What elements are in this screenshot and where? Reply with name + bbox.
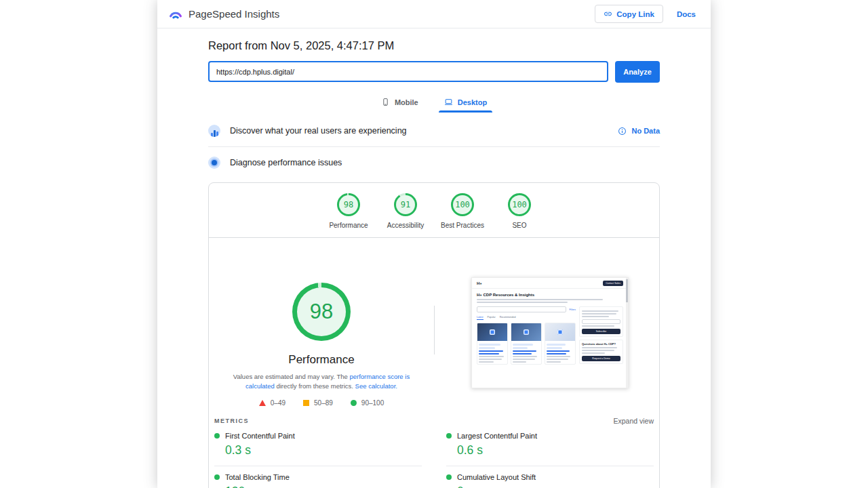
thumb-page-heading: H+ CDP Resources & Insights [477, 293, 623, 297]
main-performance-score: 98 [310, 300, 333, 324]
copy-link-label: Copy Link [616, 10, 654, 18]
thumb-card [511, 323, 542, 365]
score-accessibility[interactable]: 91 Accessibility [382, 193, 429, 229]
performance-panel: 98 Performance Values are estimated and … [209, 238, 659, 413]
copy-link-button[interactable]: Copy Link [595, 5, 663, 23]
accessibility-score-value: 91 [401, 200, 410, 209]
thumb-card [545, 323, 576, 365]
best-practices-score-label: Best Practices [439, 222, 486, 229]
mobile-icon [381, 98, 390, 106]
legend-fail-range: 0–49 [271, 399, 285, 407]
performance-score-value: 98 [344, 200, 353, 209]
thumb-questions-heading: Questions about H+ CDP? [582, 342, 620, 346]
real-users-icon [208, 125, 220, 137]
no-data-label: No Data [631, 127, 660, 135]
metric-cls-name: Cumulative Layout Shift [457, 473, 536, 481]
metric-tbt: Total Blocking Time 130 ms [214, 466, 422, 488]
device-tabs: Mobile Desktop [208, 94, 660, 113]
report-title: Report from Nov 5, 2025, 4:47:17 PM [208, 39, 660, 52]
thumb-tab-latest: Latest [477, 316, 484, 320]
app-header: PageSpeed Insights Copy Link Docs [157, 0, 711, 28]
link-icon [604, 9, 612, 18]
thumb-tab-popular: Popular [488, 316, 496, 320]
info-icon[interactable] [618, 127, 627, 136]
report-main: Report from Nov 5, 2025, 4:47:17 PM Anal… [157, 39, 711, 488]
green-dot-icon [214, 433, 220, 439]
thumb-card-image [511, 323, 541, 341]
score-legend: 0–49 50–89 90–100 [209, 399, 434, 407]
thumb-search-row: Filters [477, 306, 576, 312]
page-screenshot-thumbnail[interactable]: H+ Contact Sales H+ CDP Resources & Insi… [471, 277, 629, 388]
thumb-subtext [477, 299, 623, 303]
pagespeed-app-window: PageSpeed Insights Copy Link Docs Report… [157, 0, 711, 488]
thumb-newsletter-box: Subscribe [579, 306, 623, 337]
best-practices-score-value: 100 [455, 200, 470, 209]
tab-desktop-label: Desktop [458, 98, 487, 106]
legend-good-range: 90–100 [361, 399, 384, 407]
green-dot-icon [214, 474, 220, 480]
lab-section-title: Diagnose performance issues [230, 158, 342, 167]
desktop-icon [444, 98, 453, 106]
accessibility-score-label: Accessibility [382, 222, 429, 229]
disclaimer-text-2: directly from these metrics. [275, 382, 355, 390]
thumb-card-grid [477, 323, 576, 365]
green-circle-icon [351, 400, 357, 406]
tab-mobile-label: Mobile [395, 98, 418, 106]
metric-cls-value: 0 [457, 485, 654, 488]
screenshot-area: H+ Contact Sales H+ CDP Resources & Insi… [435, 238, 659, 413]
metric-fcp-value: 0.3 s [225, 443, 422, 458]
field-section-title: Discover what your real users are experi… [230, 126, 407, 136]
metric-tbt-value: 130 ms [225, 485, 422, 488]
performance-score-label: Performance [325, 222, 372, 229]
app-title: PageSpeed Insights [189, 8, 279, 20]
score-seo[interactable]: 100 SEO [496, 193, 543, 229]
thumb-questions-box: Questions about H+ CDP? Request a Demo [579, 340, 623, 364]
metric-lcp-value: 0.6 s [457, 443, 654, 458]
main-performance-gauge: 98 [292, 283, 351, 341]
expand-view-button[interactable]: Expand view [613, 417, 654, 425]
metric-cls: Cumulative Layout Shift 0 [446, 466, 654, 488]
metric-tbt-name: Total Blocking Time [225, 473, 290, 481]
thumb-site-header: H+ Contact Sales [472, 278, 628, 289]
thumb-card [477, 323, 508, 365]
performance-summary: 98 Performance Values are estimated and … [209, 238, 434, 413]
score-performance[interactable]: 98 Performance [325, 193, 372, 229]
green-dot-icon [446, 474, 452, 480]
metrics-heading: METRICS [214, 418, 249, 424]
legend-good: 90–100 [351, 399, 384, 407]
performance-gauge: 98 [337, 193, 360, 216]
green-dot-icon [446, 433, 452, 439]
thumb-card-image [545, 323, 575, 341]
url-input[interactable] [208, 61, 608, 82]
field-data-section: Discover what your real users are experi… [208, 115, 660, 147]
thumb-brand-logo: H+ [477, 281, 482, 285]
metric-fcp-name: First Contentful Paint [225, 432, 295, 440]
disclaimer-text-1: Values are estimated and may vary. The [233, 373, 350, 380]
thumb-site-body: H+ CDP Resources & Insights Filters [472, 289, 628, 367]
lighthouse-report-card: 98 Performance 91 Accessibility 100 Best… [208, 182, 660, 488]
tab-desktop[interactable]: Desktop [441, 94, 490, 113]
tab-mobile[interactable]: Mobile [378, 94, 421, 113]
thumb-search-input [477, 306, 566, 312]
seo-score-value: 100 [512, 200, 527, 209]
thumb-subscribe-button: Subscribe [582, 329, 620, 334]
thumb-filters-label: Filters [569, 308, 576, 311]
analyze-button[interactable]: Analyze [615, 61, 660, 83]
thumb-sidebar: Subscribe Questions about H+ CDP? Reques… [579, 306, 623, 367]
score-best-practices[interactable]: 100 Best Practices [439, 193, 486, 229]
best-practices-gauge: 100 [451, 193, 474, 216]
score-disclaimer: Values are estimated and may vary. The p… [229, 372, 414, 391]
metric-fcp: First Contentful Paint 0.3 s [214, 425, 422, 466]
legend-fail: 0–49 [259, 399, 285, 407]
thumb-demo-button: Request a Demo [582, 356, 620, 361]
thumb-main-column: Filters Latest Popular Recommended [477, 306, 576, 367]
metric-lcp: Largest Contentful Paint 0.6 s [446, 425, 654, 466]
docs-link[interactable]: Docs [677, 10, 696, 18]
thumb-email-input [582, 319, 620, 324]
legend-average: 50–89 [303, 399, 333, 407]
see-calculator-link[interactable]: See calculator. [355, 382, 397, 390]
seo-gauge: 100 [508, 193, 531, 216]
thumb-contact-sales-button: Contact Sales [603, 281, 623, 286]
legend-average-range: 50–89 [314, 399, 333, 407]
red-triangle-icon [259, 400, 266, 406]
